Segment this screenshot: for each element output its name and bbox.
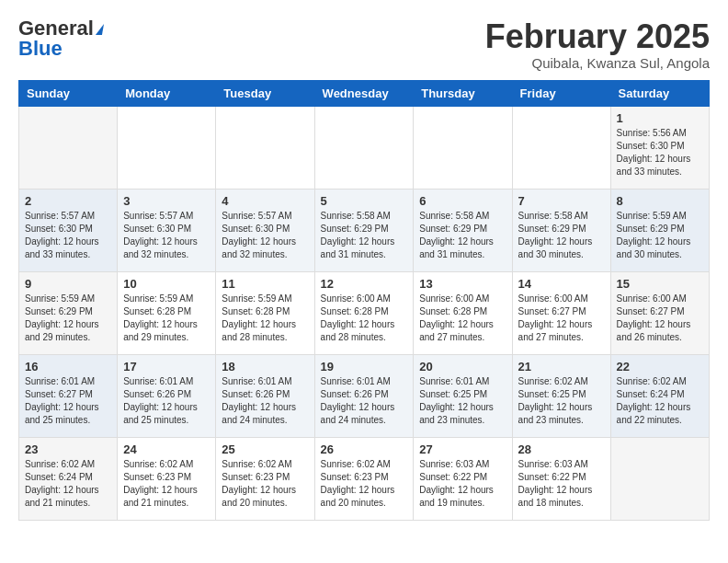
calendar-cell: 14Sunrise: 6:00 AM Sunset: 6:27 PM Dayli… — [512, 271, 610, 354]
day-number: 28 — [518, 442, 605, 456]
col-header-saturday: Saturday — [610, 80, 709, 106]
day-number: 25 — [222, 442, 308, 456]
calendar-cell: 6Sunrise: 5:58 AM Sunset: 6:29 PM Daylig… — [414, 189, 512, 271]
day-info: Sunrise: 5:57 AM Sunset: 6:30 PM Dayligh… — [222, 210, 308, 261]
calendar-cell: 25Sunrise: 6:02 AM Sunset: 6:23 PM Dayli… — [216, 437, 314, 520]
day-info: Sunrise: 6:01 AM Sunset: 6:26 PM Dayligh… — [222, 375, 308, 427]
day-number: 13 — [419, 277, 506, 291]
day-info: Sunrise: 5:57 AM Sunset: 6:30 PM Dayligh… — [25, 210, 111, 261]
calendar-cell: 26Sunrise: 6:02 AM Sunset: 6:23 PM Dayli… — [314, 437, 414, 520]
logo: General Blue — [18, 18, 103, 59]
day-number: 27 — [419, 442, 506, 456]
calendar-cell: 28Sunrise: 6:03 AM Sunset: 6:22 PM Dayli… — [512, 437, 610, 520]
col-header-friday: Friday — [512, 80, 610, 106]
col-header-sunday: Sunday — [19, 80, 118, 106]
calendar-cell — [512, 106, 610, 189]
day-number: 14 — [518, 277, 605, 291]
calendar-cell: 17Sunrise: 6:01 AM Sunset: 6:26 PM Dayli… — [118, 354, 216, 437]
day-info: Sunrise: 6:03 AM Sunset: 6:22 PM Dayligh… — [419, 458, 506, 510]
calendar-cell — [118, 106, 216, 189]
calendar-cell: 27Sunrise: 6:03 AM Sunset: 6:22 PM Dayli… — [414, 437, 512, 520]
calendar-week-row: 9Sunrise: 5:59 AM Sunset: 6:29 PM Daylig… — [19, 271, 710, 354]
day-info: Sunrise: 5:57 AM Sunset: 6:30 PM Dayligh… — [123, 210, 210, 261]
calendar-cell: 21Sunrise: 6:02 AM Sunset: 6:25 PM Dayli… — [512, 354, 610, 437]
day-number: 9 — [25, 277, 111, 291]
month-year-title: February 2025 — [485, 18, 710, 55]
calendar-cell — [216, 106, 314, 189]
calendar-cell: 15Sunrise: 6:00 AM Sunset: 6:27 PM Dayli… — [610, 271, 709, 354]
day-info: Sunrise: 6:01 AM Sunset: 6:26 PM Dayligh… — [321, 375, 408, 427]
calendar-cell: 13Sunrise: 6:00 AM Sunset: 6:28 PM Dayli… — [414, 271, 512, 354]
day-number: 20 — [419, 360, 506, 373]
calendar-cell: 24Sunrise: 6:02 AM Sunset: 6:23 PM Dayli… — [118, 437, 216, 520]
day-number: 24 — [123, 442, 210, 456]
calendar-cell: 10Sunrise: 5:59 AM Sunset: 6:28 PM Dayli… — [118, 271, 216, 354]
calendar-cell — [414, 106, 512, 189]
day-info: Sunrise: 6:02 AM Sunset: 6:24 PM Dayligh… — [617, 375, 703, 427]
day-info: Sunrise: 5:58 AM Sunset: 6:29 PM Dayligh… — [321, 210, 408, 261]
day-info: Sunrise: 5:59 AM Sunset: 6:28 PM Dayligh… — [222, 293, 308, 344]
day-info: Sunrise: 6:02 AM Sunset: 6:23 PM Dayligh… — [222, 458, 308, 510]
calendar-table: SundayMondayTuesdayWednesdayThursdayFrid… — [18, 80, 710, 521]
calendar-cell: 20Sunrise: 6:01 AM Sunset: 6:25 PM Dayli… — [414, 354, 512, 437]
calendar-cell: 4Sunrise: 5:57 AM Sunset: 6:30 PM Daylig… — [216, 189, 314, 271]
day-number: 7 — [518, 194, 605, 208]
page-header: General Blue February 2025 Quibala, Kwan… — [18, 18, 710, 71]
day-info: Sunrise: 6:02 AM Sunset: 6:23 PM Dayligh… — [123, 458, 210, 510]
day-info: Sunrise: 6:01 AM Sunset: 6:25 PM Dayligh… — [419, 375, 506, 427]
calendar-cell — [314, 106, 414, 189]
day-info: Sunrise: 5:58 AM Sunset: 6:29 PM Dayligh… — [419, 210, 506, 261]
day-info: Sunrise: 6:00 AM Sunset: 6:27 PM Dayligh… — [518, 293, 605, 344]
day-number: 6 — [419, 194, 506, 208]
day-number: 2 — [25, 194, 111, 208]
day-info: Sunrise: 5:58 AM Sunset: 6:29 PM Dayligh… — [518, 210, 605, 261]
day-number: 12 — [321, 277, 408, 291]
title-block: February 2025 Quibala, Kwanza Sul, Angol… — [485, 18, 710, 71]
day-info: Sunrise: 5:59 AM Sunset: 6:28 PM Dayligh… — [123, 293, 210, 344]
logo-general-text: General — [18, 18, 103, 39]
calendar-week-row: 2Sunrise: 5:57 AM Sunset: 6:30 PM Daylig… — [19, 189, 710, 271]
col-header-tuesday: Tuesday — [216, 80, 314, 106]
calendar-cell: 1Sunrise: 5:56 AM Sunset: 6:30 PM Daylig… — [610, 106, 709, 189]
calendar-cell: 18Sunrise: 6:01 AM Sunset: 6:26 PM Dayli… — [216, 354, 314, 437]
calendar-cell: 11Sunrise: 5:59 AM Sunset: 6:28 PM Dayli… — [216, 271, 314, 354]
calendar-cell — [610, 437, 709, 520]
day-info: Sunrise: 6:02 AM Sunset: 6:23 PM Dayligh… — [321, 458, 408, 510]
day-number: 8 — [617, 194, 703, 208]
day-number: 22 — [617, 360, 703, 373]
calendar-cell: 8Sunrise: 5:59 AM Sunset: 6:29 PM Daylig… — [610, 189, 709, 271]
logo-blue-text: Blue — [18, 39, 63, 59]
calendar-cell: 3Sunrise: 5:57 AM Sunset: 6:30 PM Daylig… — [118, 189, 216, 271]
day-info: Sunrise: 6:01 AM Sunset: 6:26 PM Dayligh… — [123, 375, 210, 427]
day-info: Sunrise: 6:01 AM Sunset: 6:27 PM Dayligh… — [25, 375, 111, 427]
calendar-cell — [19, 106, 118, 189]
day-info: Sunrise: 6:02 AM Sunset: 6:24 PM Dayligh… — [25, 458, 111, 510]
calendar-cell: 2Sunrise: 5:57 AM Sunset: 6:30 PM Daylig… — [19, 189, 118, 271]
location-subtitle: Quibala, Kwanza Sul, Angola — [485, 55, 710, 71]
day-info: Sunrise: 6:00 AM Sunset: 6:27 PM Dayligh… — [617, 293, 703, 344]
calendar-week-row: 1Sunrise: 5:56 AM Sunset: 6:30 PM Daylig… — [19, 106, 710, 189]
day-number: 19 — [321, 360, 408, 373]
calendar-cell: 22Sunrise: 6:02 AM Sunset: 6:24 PM Dayli… — [610, 354, 709, 437]
calendar-cell: 5Sunrise: 5:58 AM Sunset: 6:29 PM Daylig… — [314, 189, 414, 271]
day-number: 23 — [25, 442, 111, 456]
calendar-cell: 12Sunrise: 6:00 AM Sunset: 6:28 PM Dayli… — [314, 271, 414, 354]
calendar-cell: 16Sunrise: 6:01 AM Sunset: 6:27 PM Dayli… — [19, 354, 118, 437]
day-number: 10 — [123, 277, 210, 291]
day-info: Sunrise: 6:03 AM Sunset: 6:22 PM Dayligh… — [518, 458, 605, 510]
calendar-cell: 23Sunrise: 6:02 AM Sunset: 6:24 PM Dayli… — [19, 437, 118, 520]
calendar-week-row: 23Sunrise: 6:02 AM Sunset: 6:24 PM Dayli… — [19, 437, 710, 520]
day-number: 16 — [25, 360, 111, 373]
calendar-header-row: SundayMondayTuesdayWednesdayThursdayFrid… — [19, 80, 710, 106]
calendar-cell: 9Sunrise: 5:59 AM Sunset: 6:29 PM Daylig… — [19, 271, 118, 354]
day-number: 15 — [617, 277, 703, 291]
calendar-week-row: 16Sunrise: 6:01 AM Sunset: 6:27 PM Dayli… — [19, 354, 710, 437]
day-info: Sunrise: 5:59 AM Sunset: 6:29 PM Dayligh… — [25, 293, 111, 344]
col-header-wednesday: Wednesday — [314, 80, 414, 106]
col-header-monday: Monday — [118, 80, 216, 106]
day-info: Sunrise: 6:02 AM Sunset: 6:25 PM Dayligh… — [518, 375, 605, 427]
calendar-cell: 19Sunrise: 6:01 AM Sunset: 6:26 PM Dayli… — [314, 354, 414, 437]
day-number: 3 — [123, 194, 210, 208]
day-info: Sunrise: 6:00 AM Sunset: 6:28 PM Dayligh… — [419, 293, 506, 344]
day-number: 17 — [123, 360, 210, 373]
